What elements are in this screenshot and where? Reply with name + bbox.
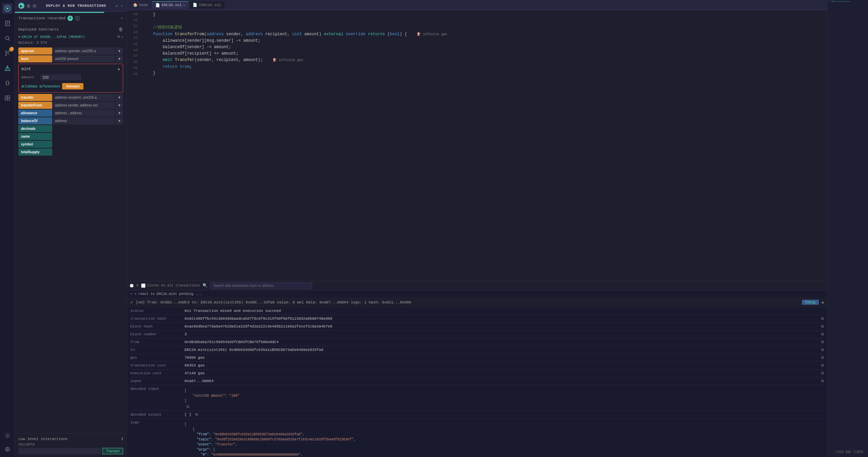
sidebar-icon-home[interactable]	[2, 3, 13, 14]
expand-icon[interactable]: ›	[120, 3, 123, 9]
balanceof-input[interactable]	[53, 117, 115, 124]
copy-contract-icon[interactable]: ⧉	[117, 35, 120, 39]
decimals-button[interactable]: decimals	[18, 125, 52, 132]
deploy-panel-title: DEPLOY & RUN TRANSACTIONS	[46, 4, 106, 8]
transfer-row: transfer ▼	[18, 94, 123, 101]
approve-arrow[interactable]: ▼	[116, 47, 123, 55]
allowance-input[interactable]	[53, 110, 115, 117]
symbol-button[interactable]: symbol	[18, 141, 52, 148]
transactions-expand[interactable]: ›	[120, 16, 123, 21]
approve-button[interactable]: approve	[18, 47, 52, 55]
erc20-icon: 📄	[155, 3, 160, 7]
logs-row: logs [ [ "from": "0xd8b934580fc835a11B58…	[130, 419, 824, 457]
copy-to-icon[interactable]: ⧉	[821, 348, 824, 352]
sidebar-icon-settings[interactable]	[2, 431, 13, 441]
sidebar-icon-search[interactable]	[2, 33, 13, 43]
block-hash-value: 0xae9edbea77da6a4762da51a32df4d2a222c3e4…	[185, 324, 819, 329]
gas-label: gas	[130, 356, 185, 360]
to-value: ERC20.mint(uint256) 0xd8b934580fc835a11B…	[185, 348, 819, 352]
sidebar-icon-plugins[interactable]	[2, 93, 13, 103]
decoded-input-row: decoded input [ "uint256 amount": "100" …	[130, 385, 824, 411]
trash-icon[interactable]: 🗑	[118, 27, 123, 32]
calldata-text-input[interactable]	[18, 448, 101, 454]
copy-block-hash-icon[interactable]: ⧉	[821, 324, 824, 329]
transferfrom-button[interactable]: transferFrom	[18, 102, 52, 109]
sidebar-icon-settings2[interactable]	[2, 444, 13, 454]
calldata-button[interactable]: ⊞ Calldata	[21, 84, 37, 88]
transfer-arrow[interactable]: ▼	[116, 94, 123, 101]
mint-amount-input[interactable]	[40, 74, 81, 80]
search-icon: 🔍	[202, 283, 208, 288]
copy-from-icon[interactable]: ⧉	[821, 340, 824, 344]
name-button[interactable]: name	[18, 133, 52, 140]
code-content: } //授权转账逻辑 function transferFrom(address…	[140, 10, 827, 281]
tx-header[interactable]: ✓ [vm] from: 0x5B3...eddC4 to: ERC20.min…	[127, 297, 827, 307]
listen-checkbox[interactable]: listen on all transactions	[141, 283, 200, 288]
check-icon[interactable]: ✓	[115, 3, 118, 9]
copy-exec-cost-icon[interactable]: ⧉	[821, 371, 824, 375]
parameters-icon: ⊞	[39, 84, 42, 88]
copy-block-number-icon[interactable]: ⧉	[821, 332, 824, 336]
contract-item: ▼ ERC20 AT 0XD8B...33FA8 (MEMORY) ⧉ ✕	[18, 35, 123, 39]
low-level-transact-button[interactable]: Transact	[102, 448, 123, 454]
console-toolbar: 🕐 0 listen on all transactions 🔍	[127, 281, 827, 291]
logs-value: [ [ "from": "0xd8b934580fc835a11B58C0D73…	[185, 420, 824, 457]
tx-hash-row: transaction hash 0x02148bffbc54c3883968a…	[130, 315, 824, 323]
totalsupply-button[interactable]: totalSupply	[18, 148, 52, 156]
debug-button[interactable]: Debug	[802, 300, 818, 305]
mint-collapse[interactable]: ▲	[118, 67, 120, 72]
transfer-input[interactable]	[53, 94, 115, 101]
contract-chevron[interactable]: ▼	[18, 35, 20, 39]
svg-point-25	[6, 449, 8, 450]
sidebar-icon-debug[interactable]	[2, 78, 13, 88]
burn-input[interactable]	[53, 55, 115, 62]
transact-button[interactable]: transact	[62, 83, 83, 90]
copy-decoded-output-icon[interactable]: ⧉	[195, 413, 198, 417]
copy-input-icon[interactable]: ⧉	[821, 379, 824, 383]
tab-erc20[interactable]: 📄 ERC20.sol ✕	[152, 1, 188, 9]
allowance-button[interactable]: allowance	[18, 110, 52, 117]
sidebar-icon-files[interactable]	[2, 18, 13, 28]
tab-ierc20[interactable]: 📄 IERC20.sol	[189, 1, 225, 8]
tabs-bar: 🏠 Home 📄 ERC20.sol ✕ 📄 IERC20.sol	[127, 0, 827, 10]
parameters-button[interactable]: ⊞ Parameters	[39, 84, 60, 88]
transfer-button[interactable]: transfer	[18, 94, 52, 101]
balanceof-arrow[interactable]: ▼	[116, 117, 123, 124]
approve-row: approve ▼	[18, 47, 123, 55]
listen-checkbox-input[interactable]	[141, 283, 146, 288]
decoded-input-label: decoded input	[130, 387, 185, 391]
copy-tx-hash-icon[interactable]: ⧉	[821, 317, 824, 321]
erc20-close-icon[interactable]: ✕	[183, 3, 185, 7]
search-input[interactable]	[210, 282, 312, 289]
transferfrom-arrow[interactable]: ▼	[116, 102, 123, 109]
tx-chevron-icon[interactable]: ▲	[822, 300, 824, 305]
console-area: 🕐 0 listen on all transactions 🔍 ➡ ➡ rea…	[127, 281, 827, 457]
zoom-in-button[interactable]: ⊕	[26, 3, 31, 8]
allowance-arrow[interactable]: ▼	[116, 110, 123, 117]
approve-input[interactable]	[53, 47, 115, 55]
tx-cost-value: 68353 gas	[185, 363, 819, 367]
home-icon: 🏠	[133, 3, 138, 7]
watermark: CSDN @船·七微吗·	[835, 450, 865, 454]
low-level-info[interactable]: ℹ	[121, 436, 123, 441]
transferfrom-input[interactable]	[53, 102, 115, 109]
sidebar-icon-deploy[interactable]	[2, 63, 13, 73]
svg-line-7	[8, 39, 10, 41]
copy-decoded-input-icon[interactable]: ⧉	[187, 405, 189, 409]
copy-gas-icon[interactable]: ⧉	[821, 356, 824, 360]
burn-arrow[interactable]: ▼	[116, 55, 123, 62]
decoded-input-value: [ "uint256 amount": "100" ] ⧉	[185, 387, 824, 409]
info-icon[interactable]: i	[75, 16, 80, 21]
tx-hash-label: transaction hash	[130, 317, 185, 321]
exec-cost-value: 47149 gas	[185, 371, 819, 375]
burn-button[interactable]: burn	[18, 55, 52, 62]
listen-label: listen on all transactions	[147, 284, 200, 287]
tab-home[interactable]: 🏠 Home	[130, 1, 151, 8]
zoom-out-button[interactable]: ⊖	[33, 3, 37, 8]
balanceof-button[interactable]: balanceOf	[18, 117, 52, 124]
copy-tx-cost-icon[interactable]: ⧉	[821, 363, 824, 367]
close-contract-icon[interactable]: ✕	[121, 35, 123, 39]
run-button[interactable]: ▶	[18, 3, 24, 9]
tx-cost-label: transaction cost	[130, 363, 185, 367]
sidebar-icon-git[interactable]: 2	[2, 48, 13, 58]
